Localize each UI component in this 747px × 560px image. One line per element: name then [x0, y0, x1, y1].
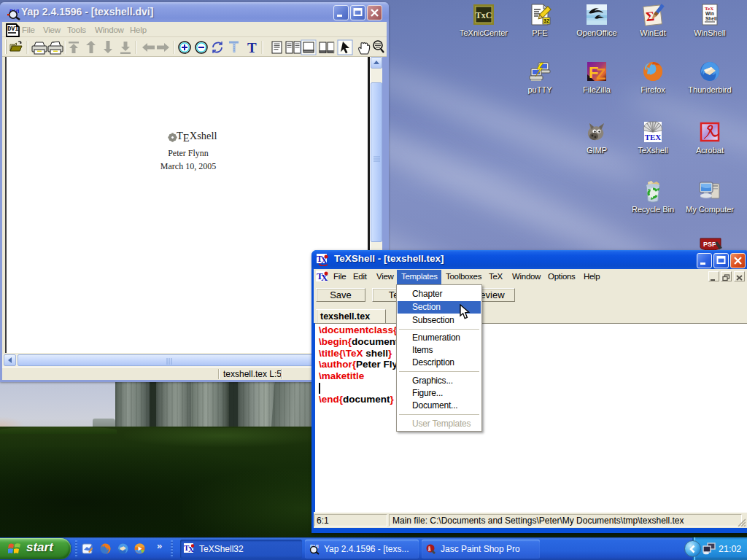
svg-text:Win: Win [705, 11, 714, 16]
svg-text:T: T [247, 40, 257, 55]
svg-text:TEX: TEX [645, 133, 662, 141]
svg-text:32: 32 [543, 18, 549, 23]
svg-text:TxC: TxC [476, 10, 492, 20]
svg-text:Z: Z [596, 65, 605, 83]
svg-text:PSP: PSP [703, 241, 716, 248]
svg-text:Shell: Shell [705, 16, 717, 21]
